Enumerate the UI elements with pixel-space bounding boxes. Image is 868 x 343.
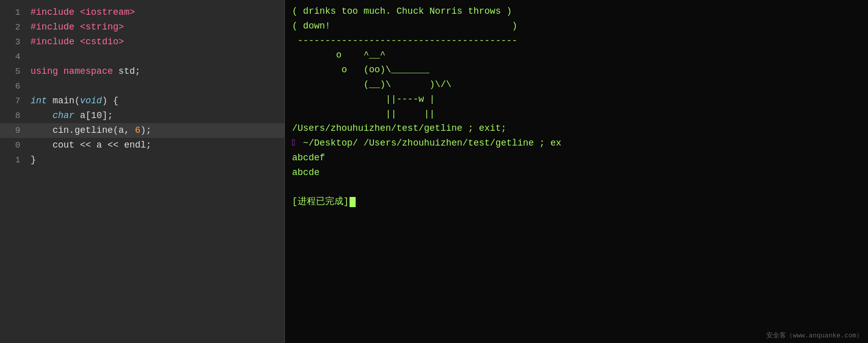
code-editor: 1#include <iostream>2#include <string>3#… [0, 5, 284, 167]
editor-panel: 1#include <iostream>2#include <string>3#… [0, 0, 285, 343]
code-line: 2#include <string> [0, 20, 284, 35]
line-content [31, 79, 36, 94]
code-line: 1#include <iostream> [0, 5, 284, 20]
terminal-line: ( down! ) [292, 19, 861, 34]
terminal-line: /Users/zhouhuizhen/test/getline ; exit; [292, 121, 861, 136]
code-line: 6 [0, 79, 284, 94]
terminal-line: abcde [292, 165, 861, 180]
code-line: 9 cin.getline(a, 6); [0, 123, 284, 138]
terminal-panel: ( drinks too much. Chuck Norris throws )… [285, 0, 868, 343]
line-number: 6 [5, 79, 20, 93]
line-content: char a[10]; [31, 108, 113, 123]
watermark: 安全客（www.anquanke.com） [766, 331, 863, 340]
terminal-line: (__)\ )\/\ [292, 77, 861, 92]
code-line: 0 cout << a << endl; [0, 138, 284, 153]
line-number: 9 [5, 124, 20, 137]
code-line: 4 [0, 49, 284, 64]
line-number: 7 [5, 94, 20, 108]
line-content: #include <string> [31, 20, 124, 35]
line-content: cin.getline(a, 6); [31, 123, 152, 138]
terminal-line: o ^__^ [292, 48, 861, 63]
line-content: using namespace std; [31, 64, 140, 79]
code-line: 7int main(void) { [0, 94, 284, 108]
code-line: 8 char a[10]; [0, 108, 284, 123]
code-line: 1} [0, 153, 284, 167]
apple-icon:  [292, 138, 303, 148]
line-content: #include <cstdio> [31, 35, 124, 49]
line-number: 1 [5, 153, 20, 167]
terminal-line: ||----w | [292, 92, 861, 107]
line-number: 1 [5, 6, 20, 19]
terminal-line: abcdef [292, 151, 861, 165]
line-number: 5 [5, 65, 20, 78]
line-content: int main(void) { [31, 94, 119, 108]
terminal-line [292, 180, 861, 195]
line-content: cout << a << endl; [31, 138, 152, 153]
line-number: 2 [5, 20, 20, 34]
line-content [31, 49, 36, 64]
terminal-line:  ~/Desktop/ /Users/zhouhuizhen/test/get… [292, 136, 861, 151]
line-number: 3 [5, 35, 20, 49]
line-number: 0 [5, 138, 20, 152]
code-line: 5using namespace std; [0, 64, 284, 79]
line-number: 4 [5, 50, 20, 64]
terminal-line: o (oo)\_______ [292, 63, 861, 77]
code-line: 3#include <cstdio> [0, 35, 284, 49]
terminal-line: [进程已完成] [292, 194, 861, 209]
line-content: #include <iostream> [31, 5, 135, 20]
terminal-cursor [350, 197, 356, 207]
terminal-output: ( drinks too much. Chuck Norris throws )… [292, 4, 861, 209]
line-number: 8 [5, 109, 20, 123]
line-content: } [31, 153, 36, 167]
terminal-line: ( drinks too much. Chuck Norris throws ) [292, 4, 861, 19]
terminal-line: || || [292, 107, 861, 122]
terminal-line: ---------------------------------------- [292, 34, 861, 48]
